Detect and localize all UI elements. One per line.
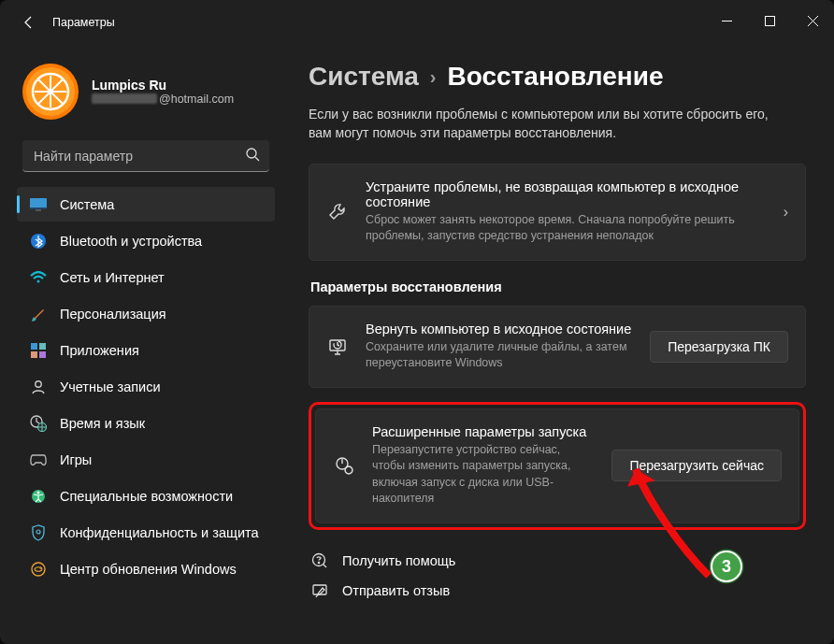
card-desc: Сброс может занять некоторое время. Снач… bbox=[366, 212, 767, 245]
card-title: Устраните проблемы, не возвращая компьют… bbox=[366, 179, 767, 209]
sidebar-item-bluetooth[interactable]: Bluetooth и устройства bbox=[17, 223, 275, 258]
svg-rect-16 bbox=[31, 343, 37, 350]
reset-icon bbox=[326, 336, 349, 357]
restart-now-button[interactable]: Перезагрузить сейчас bbox=[611, 450, 782, 481]
svg-rect-17 bbox=[39, 343, 46, 350]
user-profile[interactable]: Lumpics Ru @hotmail.com bbox=[17, 56, 275, 135]
nav-label: Приложения bbox=[60, 343, 139, 358]
titlebar: Параметры bbox=[0, 0, 834, 45]
sidebar-item-system[interactable]: Система bbox=[17, 187, 275, 222]
user-email: @hotmail.com bbox=[92, 93, 234, 106]
search-box bbox=[22, 140, 269, 172]
card-title: Вернуть компьютер в исходное состояние bbox=[366, 322, 633, 336]
link-label: Отправить отзыв bbox=[342, 583, 450, 598]
minimize-button[interactable] bbox=[705, 0, 748, 41]
sidebar-item-personalization[interactable]: Персонализация bbox=[17, 296, 275, 331]
svg-rect-18 bbox=[31, 351, 37, 358]
nav-label: Игры bbox=[60, 452, 92, 467]
feedback-icon bbox=[310, 582, 329, 599]
annotation-step-badge: 3 bbox=[711, 551, 742, 582]
chevron-right-icon: › bbox=[430, 66, 437, 88]
intro-text: Если у вас возникли проблемы с компьютер… bbox=[309, 105, 795, 143]
avatar bbox=[22, 64, 79, 120]
card-desc: Перезапустите устройство сейчас, чтобы и… bbox=[372, 442, 595, 508]
sidebar-item-network[interactable]: Сеть и Интернет bbox=[17, 260, 275, 294]
search-icon[interactable] bbox=[246, 148, 260, 165]
user-name: Lumpics Ru bbox=[92, 78, 234, 93]
nav-label: Специальные возможности bbox=[60, 489, 233, 504]
card-title: Расширенные параметры запуска bbox=[372, 424, 595, 439]
help-icon bbox=[310, 552, 329, 569]
settings-window: Параметры Lumpics Ru @hotmail.com bbox=[0, 0, 834, 644]
shield-icon bbox=[30, 524, 47, 541]
nav-label: Время и язык bbox=[60, 416, 145, 431]
svg-rect-1 bbox=[765, 16, 774, 25]
advanced-startup-card: Расширенные параметры запуска Перезапуст… bbox=[315, 408, 799, 523]
nav-label: Центр обновления Windows bbox=[60, 562, 237, 577]
svg-point-20 bbox=[36, 380, 41, 386]
svg-rect-19 bbox=[39, 351, 46, 358]
display-icon bbox=[30, 196, 47, 213]
nav-label: Сеть и Интернет bbox=[60, 270, 165, 285]
nav-label: Учетные записи bbox=[60, 379, 161, 394]
person-icon bbox=[30, 379, 47, 395]
svg-line-10 bbox=[255, 157, 259, 161]
breadcrumb-parent[interactable]: Система bbox=[309, 62, 419, 92]
chevron-right-icon: › bbox=[784, 204, 788, 221]
svg-point-9 bbox=[247, 149, 256, 158]
search-input[interactable] bbox=[22, 140, 269, 172]
reset-pc-button[interactable]: Перезагрузка ПК bbox=[650, 331, 788, 363]
window-title: Параметры bbox=[52, 16, 115, 29]
sidebar: Lumpics Ru @hotmail.com Система Bluetoot… bbox=[0, 45, 286, 644]
wifi-icon bbox=[30, 269, 47, 286]
accessibility-icon bbox=[30, 488, 47, 505]
reset-pc-card: Вернуть компьютер в исходное состояние С… bbox=[309, 306, 806, 388]
sidebar-item-accessibility[interactable]: Специальные возможности bbox=[17, 479, 275, 513]
nav-label: Bluetooth и устройства bbox=[60, 234, 202, 249]
annotation-highlight: Расширенные параметры запуска Перезапуст… bbox=[309, 402, 806, 530]
nav-label: Система bbox=[60, 197, 114, 212]
apps-icon bbox=[30, 342, 47, 359]
page-title: Восстановление bbox=[448, 62, 664, 92]
windows-update-icon bbox=[30, 561, 47, 578]
gamepad-icon bbox=[30, 451, 47, 468]
sidebar-item-privacy[interactable]: Конфиденциальность и защита bbox=[17, 515, 275, 550]
sidebar-item-gaming[interactable]: Игры bbox=[17, 442, 275, 477]
nav-list: Система Bluetooth и устройства Сеть и Ин… bbox=[17, 187, 275, 586]
card-desc: Сохраните или удалите личные файлы, а за… bbox=[366, 339, 633, 372]
svg-point-26 bbox=[32, 563, 45, 576]
main-content: Система › Восстановление Если у вас возн… bbox=[286, 45, 834, 644]
svg-point-24 bbox=[37, 491, 40, 494]
breadcrumb: Система › Восстановление bbox=[309, 62, 806, 92]
sidebar-item-windows-update[interactable]: Центр обновления Windows bbox=[17, 551, 275, 586]
svg-point-32 bbox=[318, 562, 319, 563]
svg-point-30 bbox=[345, 466, 352, 474]
maximize-button[interactable] bbox=[748, 0, 791, 41]
nav-label: Конфиденциальность и защита bbox=[60, 525, 259, 540]
sidebar-item-time-language[interactable]: Время и язык bbox=[17, 406, 275, 440]
troubleshoot-card[interactable]: Устраните проблемы, не возвращая компьют… bbox=[309, 164, 806, 261]
back-button[interactable] bbox=[11, 5, 47, 40]
section-title: Параметры восстановления bbox=[310, 279, 806, 294]
close-button[interactable] bbox=[791, 0, 834, 41]
send-feedback-link[interactable]: Отправить отзыв bbox=[310, 582, 806, 599]
power-gear-icon bbox=[333, 455, 355, 476]
window-controls bbox=[705, 0, 834, 41]
link-label: Получить помощь bbox=[342, 553, 455, 568]
svg-point-25 bbox=[36, 530, 40, 534]
wrench-icon bbox=[326, 202, 349, 222]
sidebar-item-apps[interactable]: Приложения bbox=[17, 333, 275, 367]
bluetooth-icon bbox=[30, 233, 47, 250]
nav-label: Персонализация bbox=[60, 307, 166, 322]
svg-rect-12 bbox=[30, 208, 47, 209]
sidebar-item-accounts[interactable]: Учетные записи bbox=[17, 369, 275, 404]
clock-globe-icon bbox=[30, 415, 47, 432]
svg-point-15 bbox=[37, 279, 40, 282]
brush-icon bbox=[30, 306, 47, 322]
svg-rect-13 bbox=[36, 209, 41, 211]
